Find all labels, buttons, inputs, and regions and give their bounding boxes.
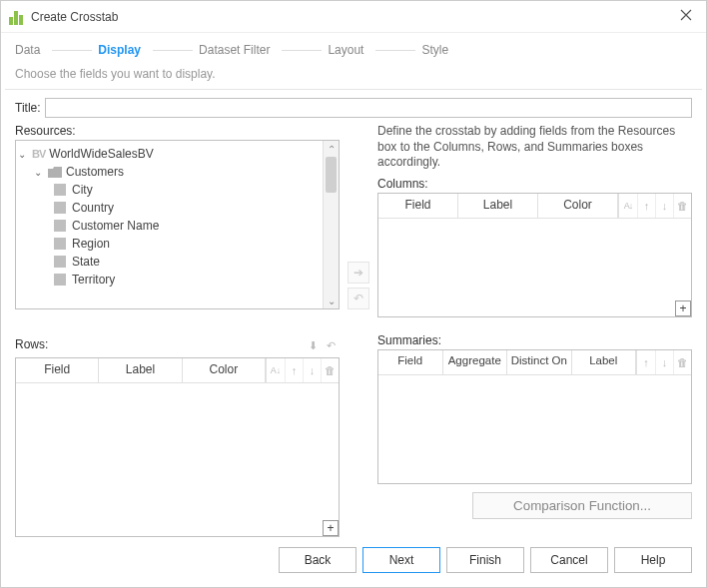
resources-tree[interactable]: ⌄ BV WorldWideSalesBV ⌄ Customers City C…: [15, 140, 340, 309]
summaries-header-label: Label: [572, 350, 637, 374]
columns-header-label: Label: [458, 194, 538, 218]
tree-field[interactable]: Region: [18, 235, 321, 253]
delete-icon[interactable]: 🗑: [673, 350, 691, 374]
remove-from-columns-button[interactable]: ↶: [348, 288, 369, 309]
summaries-label: Summaries:: [377, 333, 692, 347]
step-description: Choose the fields you want to display.: [1, 67, 706, 89]
delete-icon[interactable]: 🗑: [673, 194, 691, 218]
scroll-up-icon[interactable]: ⌃: [324, 141, 339, 157]
tree-root[interactable]: ⌄ BV WorldWideSalesBV: [18, 145, 321, 163]
move-down-icon[interactable]: ↓: [303, 358, 321, 382]
step-style[interactable]: Style: [421, 43, 448, 57]
wizard-stepper: Data Display Dataset Filter Layout Style: [1, 33, 706, 67]
chevron-down-icon[interactable]: ⌄: [18, 149, 28, 160]
window-title: Create Crosstab: [31, 10, 118, 24]
step-display[interactable]: Display: [98, 43, 141, 57]
close-icon[interactable]: [674, 7, 698, 26]
rows-label: Rows:: [15, 337, 304, 351]
scroll-thumb[interactable]: [326, 157, 337, 193]
arrow-left-icon: ↶: [354, 292, 363, 305]
tree-group-label: Customers: [66, 165, 124, 179]
rows-move-down-icon[interactable]: ⬇: [304, 333, 322, 357]
rows-header-label: Label: [99, 358, 182, 382]
summaries-panel[interactable]: Field Aggregate Distinct On Label ↑ ↓ 🗑: [377, 349, 692, 484]
finish-button[interactable]: Finish: [446, 547, 524, 573]
field-icon: [54, 202, 66, 214]
tree-root-label: WorldWideSalesBV: [49, 147, 153, 161]
move-up-icon[interactable]: ↑: [285, 358, 303, 382]
field-icon: [54, 274, 66, 286]
step-layout[interactable]: Layout: [328, 43, 363, 57]
field-icon: [54, 238, 66, 250]
columns-panel[interactable]: Field Label Color A↓ ↑ ↓ 🗑 +: [377, 193, 692, 317]
tree-field[interactable]: City: [18, 181, 321, 199]
move-down-icon[interactable]: ↓: [655, 350, 673, 374]
chevron-down-icon[interactable]: ⌄: [34, 167, 44, 178]
help-button[interactable]: Help: [614, 547, 692, 573]
field-icon: [54, 256, 66, 268]
helper-text: Define the crosstab by adding fields fro…: [377, 124, 692, 171]
step-dataset-filter[interactable]: Dataset Filter: [199, 43, 270, 57]
folder-icon: [48, 167, 62, 178]
summaries-header-distinct: Distinct On: [507, 350, 572, 374]
title-input[interactable]: [45, 98, 692, 118]
add-column-icon[interactable]: +: [675, 300, 691, 316]
move-up-icon[interactable]: ↑: [637, 194, 655, 218]
columns-label: Columns:: [377, 177, 692, 191]
tree-field[interactable]: Territory: [18, 271, 321, 289]
tree-field[interactable]: Country: [18, 199, 321, 217]
columns-header-color: Color: [538, 194, 618, 218]
step-data[interactable]: Data: [15, 43, 40, 57]
tree-field[interactable]: Customer Name: [18, 217, 321, 235]
add-row-icon[interactable]: +: [323, 520, 339, 536]
app-icon: [9, 9, 25, 25]
delete-icon[interactable]: 🗑: [321, 358, 339, 382]
rows-panel[interactable]: Field Label Color A↓ ↑ ↓ 🗑 +: [15, 357, 340, 537]
bv-icon: BV: [32, 148, 45, 160]
next-button[interactable]: Next: [362, 547, 440, 573]
scrollbar-vertical[interactable]: ⌃ ⌄: [323, 141, 339, 308]
comparison-function-button[interactable]: Comparison Function...: [472, 492, 692, 519]
columns-header-field: Field: [378, 194, 458, 218]
arrow-right-icon: ➔: [354, 266, 363, 280]
summaries-header-aggregate: Aggregate: [443, 350, 508, 374]
rows-header-color: Color: [183, 358, 266, 382]
tree-group[interactable]: ⌄ Customers: [18, 163, 321, 181]
rows-remove-icon[interactable]: ↶: [322, 333, 340, 357]
title-label: Title:: [15, 101, 41, 115]
back-button[interactable]: Back: [279, 547, 356, 573]
scroll-down-icon[interactable]: ⌄: [324, 293, 339, 308]
tree-field[interactable]: State: [18, 253, 321, 271]
field-icon: [54, 184, 66, 196]
field-icon: [54, 220, 66, 232]
sort-icon[interactable]: A↓: [619, 194, 637, 218]
sort-icon[interactable]: A↓: [267, 358, 285, 382]
cancel-button[interactable]: Cancel: [530, 547, 608, 573]
move-up-icon[interactable]: ↑: [637, 350, 655, 374]
resources-label: Resources:: [15, 124, 340, 138]
summaries-header-field: Field: [378, 350, 443, 374]
move-down-icon[interactable]: ↓: [655, 194, 673, 218]
rows-header-field: Field: [16, 358, 99, 382]
add-to-columns-button[interactable]: ➔: [348, 262, 369, 284]
